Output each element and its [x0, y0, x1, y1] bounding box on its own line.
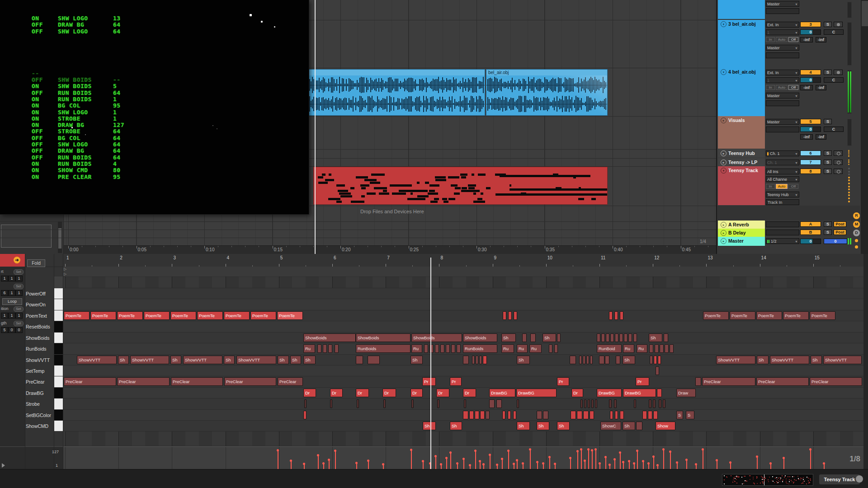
midi-editor[interactable]: 123456789101112131415 ➔ rtSet111Set611it…	[0, 254, 868, 488]
unfold-icon[interactable]: ▾	[721, 69, 726, 75]
lane-grid-preclear[interactable]: PreClearPreClearPreClearPreClearPreClear…	[63, 376, 863, 387]
note-clip[interactable]	[588, 399, 590, 408]
device-slot[interactable]: Track In	[766, 199, 799, 205]
velocity-stem-head[interactable]	[434, 455, 437, 457]
note-clip[interactable]	[514, 311, 517, 320]
note-clip[interactable]	[508, 411, 511, 419]
note-clip[interactable]: Sh	[303, 356, 316, 364]
arrangement-time-ruler[interactable]: 0:000:050:100:150:200:250:300:350:400:45	[0, 245, 716, 254]
note-clip[interactable]	[664, 333, 668, 342]
note-clip[interactable]	[543, 411, 548, 419]
note-clip[interactable]	[605, 356, 609, 364]
io-dropdown[interactable]: Master▼	[766, 1, 799, 7]
note-clip[interactable]	[476, 356, 478, 364]
note-clip[interactable]: Sh	[623, 422, 635, 430]
solo-button[interactable]: S	[824, 150, 832, 156]
note-clip[interactable]	[609, 311, 613, 320]
audio-clip[interactable]: bel_air.obj	[486, 69, 608, 116]
note-clip[interactable]: Sh	[623, 356, 635, 364]
note-clip[interactable]: Dr	[356, 389, 369, 397]
selected-track-chip[interactable]: Teensy Track	[819, 474, 860, 484]
note-clip[interactable]: PoemTe	[730, 311, 755, 320]
clip-panel-value[interactable]: 1	[1, 276, 8, 282]
note-clip[interactable]	[655, 344, 659, 353]
unfold-icon[interactable]: ▸	[721, 238, 726, 244]
velocity-stem[interactable]	[356, 463, 357, 469]
clip-panel-value[interactable]: 0	[15, 327, 23, 333]
io-dropdown[interactable]: Ext. In▼	[766, 22, 799, 28]
pan-control[interactable]: C	[824, 29, 844, 35]
velocity-stem[interactable]	[810, 450, 811, 469]
quick-m-badge[interactable]: M	[853, 221, 860, 228]
velocity-stem-head[interactable]	[756, 455, 758, 458]
device-slot[interactable]	[766, 230, 799, 235]
note-clip[interactable]: PoemTe	[144, 311, 170, 320]
lane-key[interactable]	[54, 410, 63, 421]
note-clip[interactable]	[597, 333, 600, 342]
io-dropdown[interactable]: Ch. 1▼	[766, 160, 799, 165]
note-clip[interactable]	[502, 411, 505, 419]
note-clip[interactable]	[595, 399, 597, 408]
set-button[interactable]: Set	[14, 321, 24, 326]
note-clip[interactable]	[475, 411, 479, 419]
mini-scrollbar-thumb[interactable]	[58, 228, 61, 249]
velocity-stem-head[interactable]	[591, 449, 593, 451]
note-clip[interactable]	[695, 377, 701, 386]
velocity-stem[interactable]	[592, 450, 593, 469]
note-clip[interactable]	[537, 411, 542, 419]
velocity-stem[interactable]	[663, 450, 664, 469]
track-title[interactable]: ▸B Delay	[718, 229, 765, 237]
velocity-stem-head[interactable]	[449, 451, 452, 454]
note-clip[interactable]: PreClear	[278, 377, 303, 386]
monitor-off-button[interactable]: Off	[788, 85, 798, 90]
note-clip[interactable]: Ru	[529, 344, 542, 353]
solo-button[interactable]: S	[824, 221, 832, 227]
velocity-stem-head[interactable]	[676, 461, 678, 464]
note-clip[interactable]: Draw	[676, 389, 696, 397]
note-clip[interactable]	[620, 411, 624, 419]
velocity-stem-head[interactable]	[769, 462, 772, 465]
note-clip[interactable]: Dr	[303, 389, 316, 397]
note-clip[interactable]	[483, 356, 487, 364]
note-clip[interactable]	[610, 333, 614, 342]
note-clip[interactable]: PreClear	[756, 377, 809, 386]
note-clip[interactable]: PoemTe	[197, 311, 223, 320]
midi-activity-dial[interactable]	[834, 169, 843, 174]
note-clip[interactable]	[368, 356, 380, 364]
velocity-stem-head[interactable]	[702, 448, 704, 450]
note-clip[interactable]	[642, 411, 647, 419]
note-clip[interactable]	[590, 356, 593, 364]
note-clip[interactable]: Sh	[118, 356, 129, 364]
velocity-stem[interactable]	[670, 452, 671, 469]
lane-grid-runboids[interactable]: RuRunBoidsRuRunBoidsRuRuRuRunBoidRuRu	[63, 343, 863, 354]
notification-icon[interactable]	[856, 475, 863, 483]
velocity-stem[interactable]	[335, 451, 336, 469]
note-clip[interactable]	[586, 356, 589, 364]
velocity-stem-head[interactable]	[809, 448, 811, 450]
velocity-stem[interactable]	[450, 453, 451, 469]
note-clip[interactable]	[624, 333, 627, 342]
velocity-stem[interactable]	[581, 450, 582, 469]
note-clip[interactable]	[317, 344, 321, 353]
volume-slider[interactable]: 0	[800, 29, 821, 35]
device-slot[interactable]	[766, 221, 799, 227]
note-clip[interactable]: PoemTe	[810, 311, 835, 320]
mixer-chip[interactable]: 6	[800, 150, 821, 156]
velocity-stem-head[interactable]	[823, 462, 825, 465]
lane-grid-poemtext[interactable]: PoemTePoemTePoemTePoemTePoemTePoemTePoem…	[63, 310, 863, 321]
midi-activity-dial[interactable]	[834, 150, 843, 156]
clip-panel-value[interactable]: 1	[1, 313, 8, 319]
lane-key[interactable]	[54, 366, 63, 376]
velocity-stem-head[interactable]	[569, 457, 571, 459]
clip-panel-value[interactable]: 1	[8, 290, 15, 296]
note-clip[interactable]: Sh	[537, 422, 549, 430]
velocity-stem-head[interactable]	[609, 464, 611, 466]
lane-key[interactable]	[54, 288, 63, 299]
velocity-stem[interactable]	[757, 457, 758, 469]
note-clip[interactable]: Sh	[517, 422, 530, 430]
volume-slider[interactable]: 0	[800, 77, 821, 83]
velocity-stem-head[interactable]	[522, 462, 524, 465]
velocity-stem[interactable]	[446, 458, 447, 469]
unfold-icon[interactable]: ▾	[721, 168, 726, 174]
note-clip[interactable]: Ru	[623, 344, 634, 353]
